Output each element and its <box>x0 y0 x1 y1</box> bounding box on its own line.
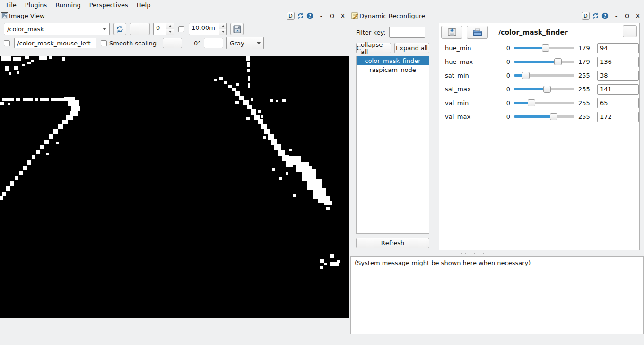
rotation-field[interactable] <box>204 38 223 48</box>
minimize-button[interactable]: - <box>318 12 324 19</box>
param-value-input[interactable] <box>597 57 639 67</box>
menu-item-help[interactable]: Help <box>133 1 154 9</box>
param-value-input[interactable] <box>597 112 639 122</box>
param-label: hue_min <box>445 44 503 52</box>
param-slider[interactable] <box>514 85 574 93</box>
param-slider[interactable] <box>514 99 574 107</box>
node-list[interactable]: color_mask_finderraspicam_node <box>356 56 429 234</box>
blank-header-button[interactable] <box>623 25 637 37</box>
chevron-down-icon <box>103 28 106 30</box>
slider-handle[interactable] <box>543 86 551 93</box>
slider-fill <box>514 47 546 49</box>
dock-button[interactable]: D <box>287 12 295 20</box>
param-value-input[interactable] <box>597 71 639 81</box>
menu-item-file[interactable]: File <box>3 1 20 9</box>
mouse-topic-input[interactable] <box>14 38 96 48</box>
filter-key-input[interactable] <box>389 27 425 38</box>
spin-down-icon[interactable] <box>219 29 226 35</box>
param-value-input[interactable] <box>597 43 639 53</box>
refresh-topics-button[interactable] <box>113 23 126 35</box>
param-max-label: 255 <box>578 86 592 93</box>
system-message-area[interactable]: (System message might be shown here when… <box>350 256 644 334</box>
reload-plugin-icon[interactable] <box>296 12 304 19</box>
smooth-scaling-label: Smooth scaling <box>109 40 157 47</box>
menu-bar: FilePluginsRunningPerspectivesHelp <box>0 0 644 9</box>
close-button[interactable]: X <box>635 12 641 19</box>
close-button[interactable]: X <box>339 12 346 19</box>
param-row-val_min: val_min0255 <box>439 96 639 110</box>
slider-fill <box>514 115 554 118</box>
param-rows: hue_min0179hue_max0179sat_min0255sat_max… <box>439 41 639 124</box>
slider-handle[interactable] <box>550 113 557 120</box>
load-config-icon <box>473 27 482 37</box>
slider-handle[interactable] <box>542 44 549 52</box>
menu-item-perspectives[interactable]: Perspectives <box>86 1 131 9</box>
expand-all-button[interactable]: Expand all <box>394 43 429 53</box>
param-value-input[interactable] <box>597 84 639 95</box>
load-config-button[interactable] <box>467 26 488 39</box>
param-panel: /color_mask_finder hue_min0179hue_max017… <box>439 23 640 250</box>
svg-text:?: ? <box>603 13 606 18</box>
vertical-splitter-handle[interactable] <box>434 126 436 149</box>
mask-image-svg[interactable] <box>0 56 349 318</box>
maximize-button[interactable]: O <box>624 12 630 19</box>
node-list-item-raspicam_node[interactable]: raspicam_node <box>357 65 429 74</box>
refresh-button[interactable]: Refresh <box>356 238 429 248</box>
param-max-label: 255 <box>578 113 592 120</box>
zoom-spinbox-value: 0 <box>154 23 166 35</box>
param-value-input[interactable] <box>597 98 639 108</box>
spin-up-icon[interactable] <box>166 23 174 29</box>
chevron-down-icon <box>257 42 261 44</box>
node-list-item-color_mask_finder[interactable]: color_mask_finder <box>357 56 429 65</box>
save-config-icon <box>447 27 457 37</box>
param-slider[interactable] <box>514 71 574 80</box>
save-image-icon <box>233 25 241 33</box>
spin-up-icon[interactable] <box>219 23 226 29</box>
help-icon[interactable]: ? <box>306 12 313 19</box>
param-slider[interactable] <box>514 44 574 52</box>
maximize-button[interactable]: O <box>329 12 335 19</box>
slider-handle[interactable] <box>522 72 530 79</box>
image-view-title: Image View <box>9 12 45 19</box>
menu-item-running[interactable]: Running <box>52 1 84 9</box>
publish-click-checkbox[interactable] <box>4 40 10 46</box>
param-row-hue_max: hue_max0179 <box>439 55 639 69</box>
svg-text:?: ? <box>308 13 311 18</box>
blank-toolbar-button[interactable] <box>130 23 150 35</box>
save-image-button[interactable] <box>230 23 244 35</box>
smooth-scaling-checkbox[interactable] <box>101 40 107 46</box>
rotation-label: 0° <box>194 40 201 47</box>
selected-node-title[interactable]: /color_mask_finder <box>498 28 568 36</box>
slider-handle[interactable] <box>528 99 535 106</box>
help-icon[interactable]: ? <box>601 12 609 19</box>
param-max-label: 179 <box>578 58 592 65</box>
param-slider[interactable] <box>514 58 574 66</box>
spin-down-icon[interactable] <box>166 29 174 35</box>
minimize-button[interactable]: - <box>613 12 619 19</box>
collapse-all-button[interactable]: Collapse all <box>356 43 391 53</box>
menu-item-plugins[interactable]: Plugins <box>22 1 51 9</box>
save-config-button[interactable] <box>441 26 462 39</box>
horizontal-splitter-handle[interactable] <box>461 253 484 255</box>
dynamic-reconfigure-dock: Dynamic Reconfigure D ? - O X Filter key… <box>350 10 644 345</box>
zoom-spinbox[interactable]: 0 <box>153 23 174 35</box>
param-label: val_min <box>445 99 503 106</box>
refresh-topics-icon <box>116 25 124 33</box>
color-scheme-value: Gray <box>230 40 244 47</box>
reconfigure-title: Dynamic Reconfigure <box>359 12 425 19</box>
dynamic-range-checkbox[interactable] <box>178 26 184 32</box>
color-scheme-select[interactable]: Gray <box>226 37 264 49</box>
param-label: sat_min <box>445 72 503 79</box>
reload-plugin-icon[interactable] <box>592 12 599 19</box>
topic-select[interactable]: /color_mask <box>4 23 110 35</box>
image-view-titlebar: Image View D ? - O X <box>0 10 349 21</box>
slider-fill <box>514 88 547 90</box>
slider-handle[interactable] <box>554 58 562 65</box>
reconfigure-titlebar: Dynamic Reconfigure D ? - O X <box>350 10 644 21</box>
param-label: val_max <box>445 113 503 120</box>
blank-button-row2[interactable] <box>163 38 182 48</box>
max-range-spinbox[interactable]: 10,00m <box>189 23 227 35</box>
dock-button[interactable]: D <box>582 12 590 20</box>
param-slider[interactable] <box>514 113 574 121</box>
param-row-val_max: val_max0255 <box>439 110 639 124</box>
